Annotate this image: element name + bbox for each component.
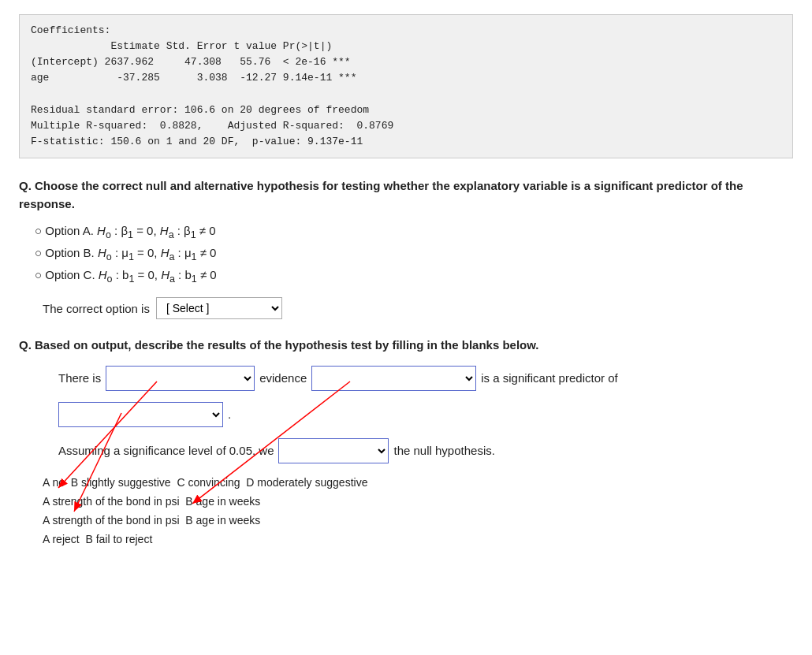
answer-option-3: A strength of the bond in psi B age in w… <box>43 514 793 527</box>
answer-options-list: A no B slightly suggestive C convincing … <box>19 476 793 545</box>
reject-select[interactable]: A reject B fail to reject <box>278 438 389 463</box>
answer-option-2: A strength of the bond in psi B age in w… <box>43 495 793 508</box>
coefficients-output: Coefficients: Estimate Std. Error t valu… <box>19 14 793 158</box>
option-b: Option B. Ho : μ1 = 0, Ha : μ1 ≠ 0 <box>35 246 793 262</box>
options-list: Option A. Ho : β1 = 0, Ha : β1 ≠ 0 Optio… <box>19 224 793 285</box>
answer-option-1: A no B slightly suggestive C convincing … <box>43 476 793 489</box>
question-2-text: Q. Based on output, describe the results… <box>19 337 793 355</box>
answer-option-4: A reject B fail to reject <box>43 533 793 545</box>
correct-option-select[interactable]: [ Select ] Option A Option B Option C <box>156 297 282 319</box>
assuming-row: Assuming a significance level of 0.05, w… <box>58 438 793 463</box>
is-significant-label: is a significant predictor of <box>481 371 617 385</box>
evidence-variable-select[interactable]: A strength of the bond in psi B age in w… <box>311 366 476 391</box>
correct-option-label: The correct option is <box>43 302 150 315</box>
null-hyp-label: the null hypothesis. <box>393 444 494 457</box>
option-c: Option C. Ho : b1 = 0, Ha : b1 ≠ 0 <box>35 268 793 285</box>
fill-blank-section: There is A no B slightly suggestive C co… <box>19 366 793 545</box>
question-2-block: Q. Based on output, describe the results… <box>19 337 793 545</box>
evidence-amount-select[interactable]: A no B slightly suggestive C convincing … <box>106 366 255 391</box>
arrow-container: There is A no B slightly suggestive C co… <box>19 366 793 463</box>
fill-blank-row-1: There is A no B slightly suggestive C co… <box>58 366 793 391</box>
evidence-label: evidence <box>259 371 307 385</box>
question-1-text: Q. Choose the correct null and alternati… <box>19 177 793 213</box>
correct-option-row: The correct option is [ Select ] Option … <box>43 297 793 319</box>
period-label: . <box>228 408 231 421</box>
assuming-label: Assuming a significance level of 0.05, w… <box>58 444 274 457</box>
svg-line-1 <box>58 381 157 488</box>
question-1-block: Q. Choose the correct null and alternati… <box>19 177 793 319</box>
option-a: Option A. Ho : β1 = 0, Ha : β1 ≠ 0 <box>35 224 793 240</box>
there-is-label: There is <box>58 371 101 385</box>
predictor-variable-select[interactable]: A strength of the bond in psi B age in w… <box>58 402 223 427</box>
fill-blank-row-2: A strength of the bond in psi B age in w… <box>58 402 793 427</box>
